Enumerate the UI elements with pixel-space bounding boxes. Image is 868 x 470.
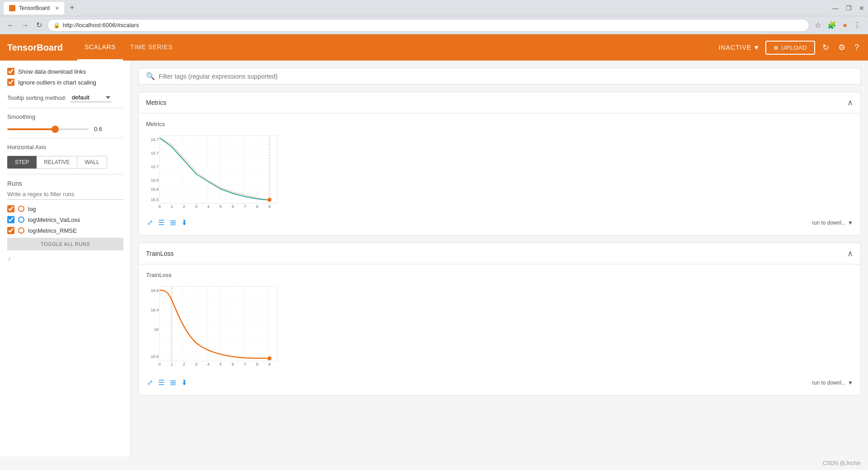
inactive-dropdown[interactable]: INACTIVE ▼ [719,44,760,51]
trainloss-expand-button[interactable]: ⤢ [146,377,154,388]
trainloss-chart-title: TrainLoss [146,272,853,278]
svg-text:15.5: 15.5 [151,197,159,202]
divider-3 [7,174,123,174]
main-layout: Show data download links Ignore outliers… [0,61,868,456]
browser-nav: ← → ↻ 🔒 http://localhost:6006/#scalars ☆… [0,16,868,34]
metrics-chart-title: Metrics [146,121,853,127]
address-bar[interactable]: 🔒 http://localhost:6006/#scalars [47,19,809,32]
extensions-btn[interactable]: 🧩 [826,19,838,31]
ignore-outliers-label: Ignore outliers in chart scaling [18,79,96,86]
svg-text:1: 1 [170,362,173,367]
tooltip-select[interactable]: default ascending descending nearest [70,93,111,102]
app-header: TensorBoard SCALARS TIME SERIES INACTIVE… [0,34,868,61]
slider-row: 0.6 [7,126,123,132]
ignore-outliers-checkbox[interactable] [7,79,14,86]
run-log-circle [18,206,24,212]
inactive-label: INACTIVE [719,44,752,51]
svg-text:15.6: 15.6 [151,178,159,183]
trainloss-run-dropdown[interactable]: run to downl... ▼ [812,380,853,386]
new-tab-button[interactable]: + [66,3,78,13]
svg-text:0: 0 [158,204,160,209]
runs-filter-input[interactable] [7,189,123,200]
metrics-chart-wrapper: 15.7 15.7 15.7 15.6 15.6 15.5 0 1 2 3 4 [146,131,853,214]
metrics-collapse-button[interactable]: ∧ [847,98,853,108]
upload-icon: ⊕ [774,44,779,51]
run-item-metrics-rmse: log\Metrics_RMSE [7,227,123,234]
footer: CSDN @Jnchin [0,456,868,470]
metrics-section: Metrics ∧ Metrics [138,92,861,235]
run-valloss-checkbox[interactable] [7,216,14,223]
bookmark-star-btn[interactable]: ☆ [813,19,823,31]
show-download-row: Show data download links [7,68,123,75]
svg-text:15.7: 15.7 [151,137,159,142]
svg-text:6: 6 [231,362,234,367]
svg-text:4: 4 [207,362,209,367]
lock-icon: 🔒 [53,22,60,28]
svg-text:9: 9 [268,362,270,367]
metrics-section-header: Metrics ∧ [139,92,860,113]
smoothing-slider[interactable] [7,128,89,130]
tooltip-sorting-label: Tooltip sorting method: [7,94,66,101]
step-button[interactable]: STEP [7,156,37,169]
svg-text:9: 9 [268,204,270,209]
trainloss-list-button[interactable]: ☰ [157,377,165,388]
svg-text:5: 5 [219,362,222,367]
run-rmse-checkbox[interactable] [7,227,14,234]
toggle-all-button[interactable]: TOGGLE ALL RUNS [7,238,123,250]
trainloss-download-button[interactable]: ⬇ [180,377,188,388]
help-button[interactable]: ? [853,41,861,54]
svg-text:15.7: 15.7 [151,164,159,169]
metrics-expand-button[interactable]: ⤢ [146,217,154,228]
metrics-run-dropdown[interactable]: run to downl... ▼ [812,220,853,226]
trainloss-section-title: TrainLoss [146,250,174,257]
metrics-image-button[interactable]: ⊞ [169,217,177,228]
svg-text:15.6: 15.6 [151,354,159,359]
wall-button[interactable]: WALL [77,156,107,169]
svg-text:16.8: 16.8 [151,288,159,293]
svg-rect-0 [160,136,277,203]
svg-text:8: 8 [256,362,258,367]
dropdown-arrow-icon: ▼ [753,44,760,51]
filter-bar[interactable]: 🔍 [138,68,861,85]
svg-text:8: 8 [256,204,258,209]
tooltip-row: Tooltip sorting method: default ascendin… [7,93,123,102]
upload-button[interactable]: ⊕ UPLOAD [765,41,815,55]
profile-btn[interactable]: ● [841,19,849,31]
smoothing-value: 0.6 [94,126,108,132]
ignore-outliers-row: Ignore outliers in chart scaling [7,79,123,86]
nav-tabs: SCALARS TIME SERIES [77,34,180,61]
run-log-label: log [28,206,36,212]
forward-button[interactable]: → [20,19,31,31]
minimize-icon: — [832,5,839,12]
back-button[interactable]: ← [5,19,16,31]
window-controls: — ❐ ✕ [832,5,864,12]
browser-actions: ☆ 🧩 ● ⋮ [813,19,863,31]
metrics-list-button[interactable]: ☰ [157,217,165,228]
filter-input[interactable] [159,73,853,80]
relative-button[interactable]: RELATIVE [37,156,77,169]
settings-button[interactable]: ⚙ [836,41,847,54]
run-log-checkbox[interactable] [7,205,14,212]
close-icon: ✕ [859,5,864,12]
svg-text:16.4: 16.4 [151,308,159,312]
smoothing-section: Smoothing 0.6 [7,113,123,132]
metrics-download-button[interactable]: ⬇ [180,217,188,228]
tab-scalars[interactable]: SCALARS [77,34,123,61]
options-section: Show data download links Ignore outliers… [7,68,123,86]
divider-2 [7,138,123,138]
trainloss-collapse-button[interactable]: ∧ [847,249,853,258]
menu-btn[interactable]: ⋮ [852,19,863,31]
trainloss-image-button[interactable]: ⊞ [169,377,177,388]
tab-time-series[interactable]: TIME SERIES [123,34,180,61]
browser-tab[interactable]: TensorBoard × [4,2,64,14]
run-valloss-label: log\Metrics_ValLoss [28,216,80,223]
svg-text:4: 4 [207,204,209,209]
runs-title: Runs [7,180,123,187]
tab-close-btn[interactable]: × [55,5,59,12]
refresh-button[interactable]: ↻ [34,19,44,31]
sidebar: Show data download links Ignore outliers… [0,61,131,456]
svg-rect-19 [160,287,277,361]
refresh-header-button[interactable]: ↻ [821,41,831,54]
show-download-label: Show data download links [18,68,86,75]
show-download-checkbox[interactable] [7,68,14,75]
